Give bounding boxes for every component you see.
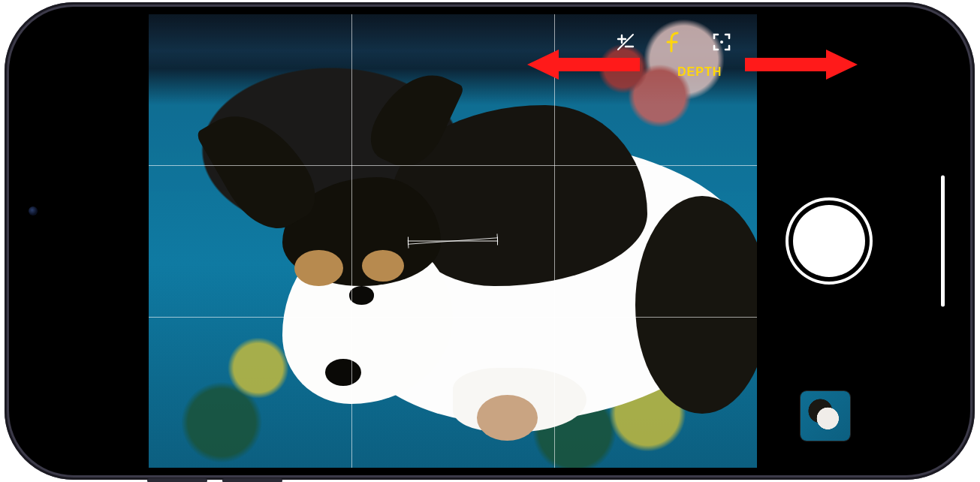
home-indicator[interactable]: [941, 176, 945, 307]
volume-up-button[interactable]: [147, 478, 207, 482]
svg-point-4: [720, 41, 723, 44]
exposure-icon[interactable]: [614, 31, 637, 53]
camera-viewfinder[interactable]: [149, 14, 757, 468]
screen: DEPTH: [17, 14, 963, 468]
dynamic-island: [20, 196, 47, 286]
last-photo-thumbnail[interactable]: [801, 391, 850, 441]
aperture-f-icon[interactable]: [662, 31, 685, 53]
top-tool-cluster: [614, 31, 733, 53]
shutter-button[interactable]: [793, 205, 865, 277]
grid-line: [149, 317, 757, 318]
volume-down-button[interactable]: [222, 478, 282, 482]
frame-corners-icon[interactable]: [710, 31, 733, 53]
depth-label: DEPTH: [677, 65, 722, 79]
grid-line: [554, 14, 555, 468]
grid-line: [149, 165, 757, 166]
svg-marker-6: [745, 50, 858, 80]
phone-bezel: DEPTH: [9, 7, 970, 475]
iphone-chassis: DEPTH: [5, 2, 975, 480]
annotation-arrow-right: [745, 47, 858, 82]
grid-line: [351, 14, 352, 468]
